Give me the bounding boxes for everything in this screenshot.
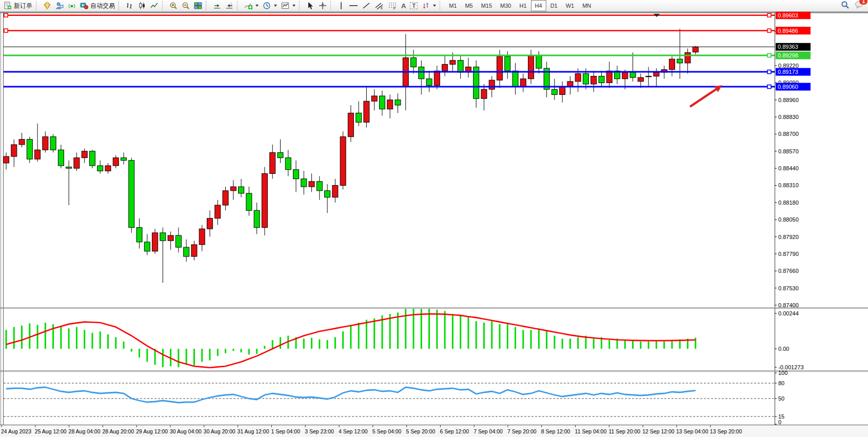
svg-text:24 Aug 2023: 24 Aug 2023 — [1, 428, 31, 434]
svg-text:13 Sep 04:00: 13 Sep 04:00 — [676, 428, 708, 434]
svg-text:31 Aug 12:00: 31 Aug 12:00 — [238, 428, 269, 434]
toolbar: 新订单 自动交易 E F A T — [0, 0, 868, 12]
bar-chart-button[interactable] — [124, 1, 136, 11]
toolbar-separator — [299, 1, 302, 10]
timeframe-mn[interactable]: MN — [578, 0, 595, 11]
line-chart-button[interactable] — [148, 1, 161, 11]
svg-text:25 Aug 12:00: 25 Aug 12:00 — [35, 428, 67, 434]
svg-text:0.89363: 0.89363 — [778, 44, 798, 50]
svg-text:28 Aug 04:00: 28 Aug 04:00 — [69, 428, 101, 434]
svg-text:0.88050: 0.88050 — [778, 216, 799, 223]
metaeditor-button[interactable] — [53, 1, 66, 11]
toolbar-separator — [162, 1, 165, 10]
tile-windows-icon — [194, 2, 202, 10]
svg-text:0.89220: 0.89220 — [778, 63, 799, 69]
horizontal-line-button[interactable] — [347, 1, 360, 11]
tile-windows-button[interactable] — [192, 1, 204, 11]
svg-text:100: 100 — [778, 370, 787, 376]
new-order-label: 新订单 — [14, 2, 32, 10]
candlestick-chart-button[interactable] — [136, 1, 148, 11]
timeframe-d1[interactable]: D1 — [546, 0, 562, 11]
timeframe-bar: M1M5M15M30H1H4D1W1MN — [445, 0, 595, 11]
signals-button[interactable] — [66, 1, 78, 11]
metaeditor-icon — [55, 2, 64, 10]
svg-text:0.87400: 0.87400 — [778, 302, 799, 308]
svg-text:0.89603: 0.89603 — [778, 12, 798, 18]
svg-text:30 Aug 20:00: 30 Aug 20:00 — [204, 428, 235, 434]
zoom-out-button[interactable] — [180, 1, 192, 11]
svg-text:0.87660: 0.87660 — [778, 268, 799, 274]
timeframe-w1[interactable]: W1 — [562, 0, 579, 11]
svg-text:0.87790: 0.87790 — [778, 251, 799, 257]
autotrading-label: 自动交易 — [90, 2, 115, 10]
svg-text:E: E — [381, 6, 383, 10]
chart-canvas[interactable]: 0.894800.892200.890900.889600.888300.887… — [0, 0, 868, 437]
svg-text:0.00244: 0.00244 — [778, 310, 799, 316]
svg-text:0.88830: 0.88830 — [778, 114, 799, 120]
zoom-in-button[interactable] — [167, 1, 180, 11]
svg-text:8 Sep 12:00: 8 Sep 12:00 — [541, 428, 570, 434]
vertical-line-button[interactable] — [336, 1, 347, 11]
svg-text:0.89060: 0.89060 — [778, 84, 798, 90]
toolbar-separator — [330, 1, 333, 10]
svg-text:29 Aug 12:00: 29 Aug 12:00 — [136, 428, 168, 434]
chat-button[interactable]: 1 — [855, 1, 864, 11]
templates-button[interactable] — [279, 1, 298, 11]
timeframe-m15[interactable]: M15 — [477, 0, 496, 11]
indicators-button[interactable] — [242, 1, 261, 11]
chevron-down-icon — [274, 5, 277, 7]
svg-text:6 Sep 12:00: 6 Sep 12:00 — [440, 428, 469, 434]
line-chart-icon — [150, 2, 159, 10]
search-icon[interactable] — [841, 1, 850, 11]
new-order-button[interactable]: 新订单 — [2, 1, 34, 11]
gem-button[interactable] — [41, 1, 53, 11]
periods-button[interactable] — [261, 1, 279, 11]
svg-text:0.88570: 0.88570 — [778, 148, 799, 154]
cursor-button[interactable] — [304, 1, 317, 11]
equidistant-channel-button[interactable]: E — [372, 1, 386, 11]
svg-text:0.88700: 0.88700 — [778, 131, 799, 137]
crosshair-button[interactable] — [317, 1, 329, 11]
fibonacci-button[interactable]: F — [386, 1, 399, 11]
timeframe-m5[interactable]: M5 — [461, 0, 477, 11]
autotrading-button[interactable]: 自动交易 — [78, 1, 117, 11]
notification-badge: 1 — [859, 0, 868, 5]
periods-icon — [263, 2, 271, 10]
timeframe-h1[interactable]: H1 — [516, 0, 531, 11]
svg-text:0.00: 0.00 — [778, 346, 789, 352]
svg-text:0.87920: 0.87920 — [778, 234, 799, 240]
svg-text:0.88960: 0.88960 — [778, 97, 799, 103]
timeframe-m1[interactable]: M1 — [445, 0, 461, 11]
trendline-button[interactable] — [360, 1, 372, 11]
fibonacci-icon: F — [388, 2, 397, 10]
toolbar-separator — [206, 1, 209, 10]
svg-text:5 Sep 20:00: 5 Sep 20:00 — [406, 428, 436, 434]
svg-text:F: F — [393, 7, 396, 10]
equidistant-channel-icon: E — [374, 2, 384, 10]
timeframe-h4[interactable]: H4 — [531, 0, 546, 11]
autotrading-icon — [80, 2, 88, 10]
chevron-down-icon — [292, 5, 295, 7]
svg-text:0.88310: 0.88310 — [778, 182, 799, 188]
chart-shift-button[interactable] — [223, 1, 235, 11]
svg-text:50: 50 — [778, 395, 784, 402]
text-label-button[interactable]: T — [408, 1, 420, 11]
svg-text:13 Sep 20:00: 13 Sep 20:00 — [710, 428, 742, 434]
text-button[interactable]: A — [399, 1, 408, 11]
arrows-button[interactable] — [420, 1, 438, 11]
bar-chart-icon — [126, 2, 134, 10]
svg-text:0.87530: 0.87530 — [778, 285, 799, 291]
svg-text:0.88440: 0.88440 — [778, 165, 799, 171]
text-label-icon: T — [410, 2, 418, 9]
svg-text:0.88180: 0.88180 — [778, 200, 799, 206]
vertical-line-icon — [338, 2, 345, 10]
zoom-out-icon — [182, 2, 190, 10]
svg-text:3 Sep 23:00: 3 Sep 23:00 — [305, 428, 334, 434]
timeframe-m30[interactable]: M30 — [496, 0, 515, 11]
auto-scroll-button[interactable] — [211, 1, 223, 11]
signals-icon — [68, 2, 76, 10]
toolbar-separator — [237, 1, 240, 10]
svg-text:4 Sep 12:00: 4 Sep 12:00 — [339, 428, 368, 434]
gem-icon — [43, 2, 51, 10]
svg-text:0.89173: 0.89173 — [778, 69, 798, 75]
